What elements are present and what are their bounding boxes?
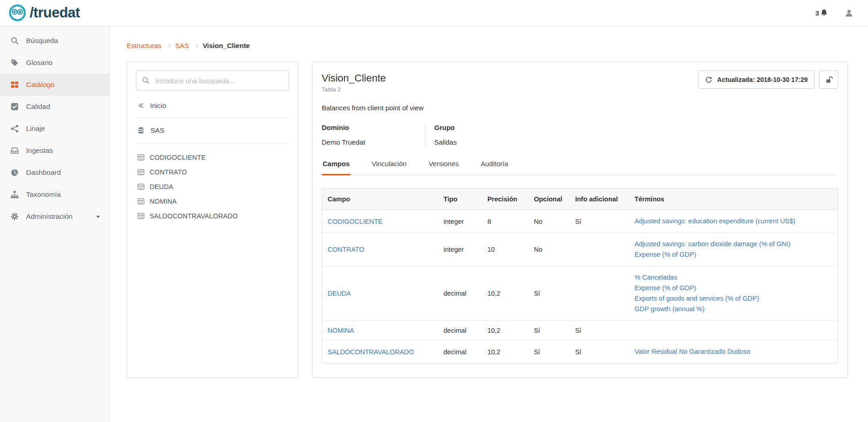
- breadcrumb-sas[interactable]: SAS: [175, 42, 189, 49]
- sidebar-item-catalogo[interactable]: Catálogo: [0, 74, 109, 96]
- field-extra-info: Sí: [570, 210, 629, 233]
- double-chevron-left-icon: [137, 102, 144, 109]
- table-row: DEUDA decimal 10,2 Sí % Canceladas Expen…: [322, 266, 838, 321]
- field-terms: Valor Residual No Garantizado Dudoso: [629, 341, 838, 363]
- table-row: NOMINA decimal 10,2 Sí Sí: [322, 321, 838, 341]
- table-icon: [137, 154, 145, 161]
- term-link[interactable]: Expense (% of GDP): [635, 283, 832, 293]
- tree-node-sas[interactable]: SAS: [136, 118, 289, 143]
- sidebar-item-dashboard[interactable]: Dashboard: [0, 162, 109, 184]
- field-link[interactable]: DEUDA: [328, 290, 351, 297]
- refresh-icon: [705, 76, 712, 83]
- notifications-button[interactable]: 3: [815, 9, 828, 17]
- tree-table-deuda[interactable]: DEUDA: [136, 179, 289, 194]
- sidebar-item-label: Ingestas: [26, 146, 53, 155]
- brand-logo[interactable]: /truedat: [8, 4, 80, 22]
- tree-table-contrato[interactable]: CONTRATO: [136, 165, 289, 179]
- field-precision: 10,2: [482, 341, 528, 363]
- field-link[interactable]: SALDOCONTRAVALORADO: [328, 348, 414, 356]
- tree-search: [136, 70, 289, 91]
- tab-auditoria[interactable]: Auditoría: [480, 160, 509, 175]
- table-icon: [137, 212, 145, 220]
- term-link[interactable]: Adjusted savings: carbon dioxide damage …: [635, 239, 832, 249]
- brand-name: /truedat: [30, 5, 80, 21]
- header-actions: 3: [815, 9, 853, 17]
- breadcrumb-estructuras[interactable]: Estructuras: [127, 42, 162, 49]
- field-extra-info: [570, 233, 629, 266]
- term-link[interactable]: Valor Residual No Garantizado Dudoso: [635, 346, 832, 357]
- term-link[interactable]: GDP growth (annual %): [635, 304, 832, 314]
- term-link[interactable]: Exports of goods and services (% of GDP): [635, 293, 832, 304]
- field-extra-info: Sí: [570, 321, 629, 341]
- search-icon: [11, 37, 19, 45]
- refresh-button[interactable]: Actualizada: 2018-10-30 17:29: [698, 70, 814, 89]
- term-link[interactable]: Expense (% of GDP): [635, 249, 832, 260]
- tree-search-input[interactable]: [136, 70, 289, 91]
- detail-tabs: Campos Vinculación Versiones Auditoría: [322, 160, 838, 175]
- field-extra-info: Sí: [570, 341, 629, 363]
- sidebar-item-ingestas[interactable]: Ingestas: [0, 140, 109, 162]
- tree-table-nomina[interactable]: NOMINA: [136, 194, 289, 209]
- sidebar-item-busqueda[interactable]: Búsqueda: [0, 30, 109, 52]
- tree-home-label: Inicio: [150, 102, 166, 109]
- top-header: /truedat 3: [0, 0, 868, 26]
- tab-campos[interactable]: Campos: [322, 160, 350, 175]
- sidebar-item-linaje[interactable]: Linaje: [0, 118, 109, 140]
- field-optional: No: [528, 233, 570, 266]
- sidebar-item-calidad[interactable]: Calidad: [0, 96, 109, 118]
- detail-actions: Actualizada: 2018-10-30 17:29: [698, 70, 838, 89]
- structure-detail-panel: Vision_Cliente Tabla 2 Actualizada: 2018…: [312, 62, 848, 378]
- bell-icon: [820, 9, 828, 17]
- table-row: SALDOCONTRAVALORADO decimal 10,2 Sí Sí V…: [322, 341, 838, 363]
- field-terms: [629, 321, 838, 341]
- breadcrumb: Estructuras SAS Vision_Cliente: [127, 42, 848, 49]
- fields-table: Campo Tipo Precisión Opcional Info adici…: [322, 188, 838, 363]
- page-title: Vision_Cliente: [322, 72, 386, 84]
- tab-versiones[interactable]: Versiones: [428, 160, 460, 175]
- sidebar-item-label: Taxonomía: [26, 190, 61, 199]
- structure-explorer-panel: Inicio SAS CODIGOCLIENTE: [127, 62, 298, 378]
- structure-type: Tabla 2: [322, 86, 386, 93]
- notification-count: 3: [815, 9, 819, 17]
- tag-icon: [11, 59, 19, 67]
- owl-logo-icon: [8, 4, 27, 22]
- user-icon: [845, 9, 853, 17]
- term-link[interactable]: Adjusted savings: education expenditure …: [635, 216, 832, 227]
- breadcrumb-current: Vision_Cliente: [203, 42, 250, 49]
- inbox-icon: [11, 146, 19, 155]
- sidebar-item-glosario[interactable]: Glosario: [0, 52, 109, 74]
- group-block: Grupo Salidas: [425, 124, 528, 146]
- column-header-terminos: Términos: [629, 189, 838, 210]
- metadata-section: Dominio Demo Truedat Grupo Salidas: [322, 124, 838, 146]
- field-link[interactable]: CONTRATO: [328, 246, 364, 253]
- tree-node-label: SAS: [151, 126, 164, 134]
- field-link[interactable]: CODIGOCLIENTE: [328, 218, 383, 225]
- sidebar: Búsqueda Glosario Catálogo Calidad Linaj…: [0, 26, 110, 422]
- table-icon: [137, 183, 145, 190]
- column-header-precision: Precisión: [482, 189, 528, 210]
- domain-value: Demo Truedat: [322, 138, 425, 146]
- tree-table-saldocontravalorado[interactable]: SALDOCONTRAVALORADO: [136, 209, 289, 223]
- user-menu-button[interactable]: [845, 9, 853, 17]
- field-link[interactable]: NOMINA: [328, 327, 354, 334]
- breadcrumb-separator-icon: [194, 43, 198, 47]
- tree-home-link[interactable]: Inicio: [136, 91, 289, 118]
- structure-description: Balances from client point of view: [322, 104, 838, 112]
- domain-label: Dominio: [322, 124, 425, 131]
- term-link[interactable]: % Canceladas: [635, 272, 832, 283]
- tree-table-codigocliente[interactable]: CODIGOCLIENTE: [136, 150, 289, 165]
- share-icon: [11, 124, 19, 133]
- grid-icon: [11, 81, 19, 89]
- gear-icon: [11, 212, 19, 221]
- field-precision: 10,2: [482, 266, 528, 321]
- field-extra-info: [570, 266, 629, 321]
- lock-button[interactable]: [819, 70, 838, 89]
- field-type: integer: [438, 233, 482, 266]
- field-optional: Sí: [528, 266, 570, 321]
- field-terms: % Canceladas Expense (% of GDP) Exports …: [629, 266, 838, 321]
- sidebar-item-taxonomia[interactable]: Taxonomía: [0, 184, 109, 206]
- tab-vinculacion[interactable]: Vinculación: [371, 160, 407, 175]
- sidebar-item-label: Catálogo: [26, 81, 54, 89]
- sidebar-item-administracion[interactable]: Administración: [0, 206, 109, 227]
- table-item-label: NOMINA: [150, 198, 177, 205]
